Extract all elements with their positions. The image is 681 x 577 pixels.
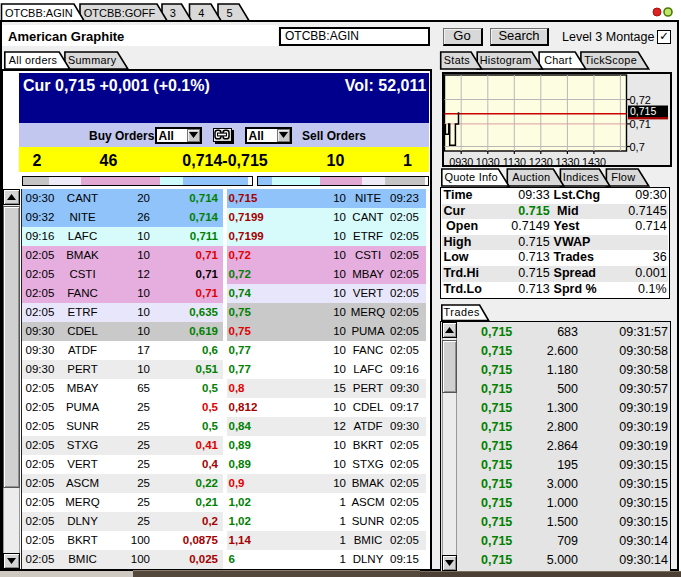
svg-text:Indices: Indices: [563, 171, 600, 183]
svg-text:OTCBB:AGIN: OTCBB:AGIN: [5, 7, 73, 19]
svg-text:1330: 1330: [555, 155, 579, 167]
svg-text:TickScope: TickScope: [584, 54, 637, 66]
svg-text:Summary: Summary: [68, 54, 117, 66]
svg-text:0930: 0930: [449, 155, 473, 167]
svg-text:3: 3: [170, 7, 176, 19]
svg-text:1430: 1430: [582, 155, 606, 167]
svg-text:Trades: Trades: [444, 306, 480, 318]
svg-text:Auction: Auction: [512, 171, 550, 183]
svg-text:1130: 1130: [503, 155, 526, 167]
svg-text:0,71: 0,71: [630, 117, 651, 129]
svg-text:Quote Info: Quote Info: [444, 171, 497, 183]
svg-text:5: 5: [226, 7, 232, 19]
svg-text:Flow: Flow: [611, 171, 635, 183]
svg-text:0,715: 0,715: [630, 105, 656, 117]
svg-text:0,72: 0,72: [630, 93, 651, 105]
svg-text:Chart: Chart: [544, 54, 572, 66]
svg-text:Histogram: Histogram: [480, 54, 532, 66]
svg-text:1030: 1030: [476, 155, 500, 167]
svg-text:1230: 1230: [529, 155, 553, 167]
svg-text:OTCBB:GOFF: OTCBB:GOFF: [84, 7, 156, 19]
svg-text:All orders: All orders: [9, 54, 58, 66]
svg-text:0,7: 0,7: [630, 140, 645, 152]
svg-text:Stats: Stats: [444, 54, 470, 66]
svg-text:4: 4: [198, 7, 204, 19]
